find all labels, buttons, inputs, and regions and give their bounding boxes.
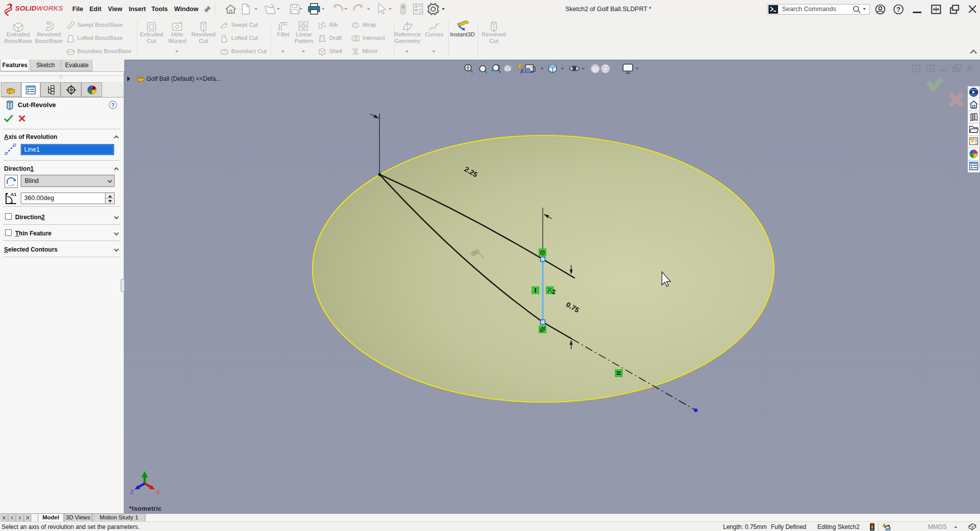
svg-text:A1: A1 (11, 192, 17, 197)
svg-text:!: ! (884, 524, 885, 527)
svg-text:?: ? (111, 102, 115, 108)
svg-text:X: X (156, 489, 160, 495)
svg-text:?: ? (897, 6, 901, 13)
svg-text:A: A (520, 68, 524, 74)
svg-text:*Isometric: *Isometric (129, 505, 162, 512)
svg-text:Y: Y (142, 465, 146, 471)
svg-text:2: 2 (552, 288, 556, 296)
svg-text:Z: Z (130, 489, 134, 495)
